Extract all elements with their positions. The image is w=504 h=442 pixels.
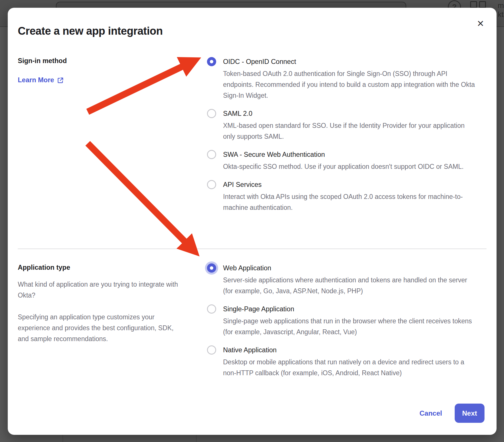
radio-option-api-services[interactable]: API Services Interact with Okta APIs usi… xyxy=(207,180,476,213)
radio-option-native-application[interactable]: Native Application Desktop or mobile app… xyxy=(207,345,476,378)
application-type-column: Application type What kind of applicatio… xyxy=(18,264,181,344)
radio-option-description: XML-based open standard for SSO. Use if … xyxy=(223,120,476,142)
radio-button[interactable] xyxy=(207,304,216,314)
cancel-button[interactable]: Cancel xyxy=(419,409,442,417)
background-divider xyxy=(62,435,63,442)
signin-method-heading: Sign-in method xyxy=(18,57,180,65)
create-app-integration-dialog: ✕ Create a new app integration Sign-in m… xyxy=(8,8,497,435)
radio-option-label[interactable]: SAML 2.0 xyxy=(223,109,476,118)
radio-button-selected[interactable] xyxy=(207,263,216,273)
radio-button[interactable] xyxy=(207,180,216,189)
background-divider xyxy=(196,435,197,442)
dialog-footer: Cancel Next xyxy=(419,404,485,423)
radio-option-description: Server-side applications where authentic… xyxy=(223,275,476,296)
learn-more-link[interactable]: Learn More xyxy=(18,76,64,84)
learn-more-label: Learn More xyxy=(18,76,54,84)
background-account-text: msh kta xyxy=(498,1,504,19)
application-type-note: Specifying an application type customize… xyxy=(18,312,181,344)
radio-option-description: Interact with Okta APIs using the scoped… xyxy=(223,191,476,213)
radio-option-label[interactable]: API Services xyxy=(223,180,476,189)
radio-option-oidc[interactable]: OIDC - OpenID Connect Token-based OAuth … xyxy=(207,57,476,101)
background-account-line2: kta xyxy=(498,10,504,19)
application-type-options-group: Web Application Server-side applications… xyxy=(207,263,476,386)
radio-option-swa[interactable]: SWA - Secure Web Authentication Okta-spe… xyxy=(207,150,476,172)
radio-option-description: Token-based OAuth 2.0 authentication for… xyxy=(223,68,476,101)
radio-button-selected[interactable] xyxy=(207,57,216,66)
section-divider xyxy=(18,249,487,249)
radio-option-label[interactable]: Single-Page Application xyxy=(223,304,476,314)
radio-option-label[interactable]: Native Application xyxy=(223,345,476,355)
apps-grid-icon xyxy=(470,1,486,8)
radio-option-description: Desktop or mobile applications that run … xyxy=(223,357,476,378)
application-type-question: What kind of application are you trying … xyxy=(18,279,181,301)
signin-options-group: OIDC - OpenID Connect Token-based OAuth … xyxy=(207,57,476,221)
dialog-title: Create a new app integration xyxy=(18,25,163,37)
radio-option-label[interactable]: OIDC - OpenID Connect xyxy=(223,57,476,67)
radio-button[interactable] xyxy=(207,345,216,355)
radio-button[interactable] xyxy=(207,150,216,159)
screen: ? msh kta ✕ Create a new app integration… xyxy=(0,0,504,442)
radio-option-web-application[interactable]: Web Application Server-side applications… xyxy=(207,263,476,296)
radio-option-description: Single-page web applications that run in… xyxy=(223,316,476,337)
radio-button[interactable] xyxy=(207,109,216,118)
radio-option-description: Okta-specific SSO method. Use if your ap… xyxy=(223,161,464,172)
background-account-line1: msh xyxy=(498,1,504,10)
radio-option-label[interactable]: Web Application xyxy=(223,263,476,273)
external-link-icon xyxy=(57,77,64,84)
signin-method-column: Sign-in method Learn More xyxy=(18,57,180,84)
radio-option-single-page-application[interactable]: Single-Page Application Single-page web … xyxy=(207,304,476,337)
radio-option-saml[interactable]: SAML 2.0 XML-based open standard for SSO… xyxy=(207,109,476,142)
close-icon[interactable]: ✕ xyxy=(474,17,487,30)
next-button[interactable]: Next xyxy=(455,404,485,423)
radio-option-label[interactable]: SWA - Secure Web Authentication xyxy=(223,150,464,159)
application-type-heading: Application type xyxy=(18,264,181,271)
